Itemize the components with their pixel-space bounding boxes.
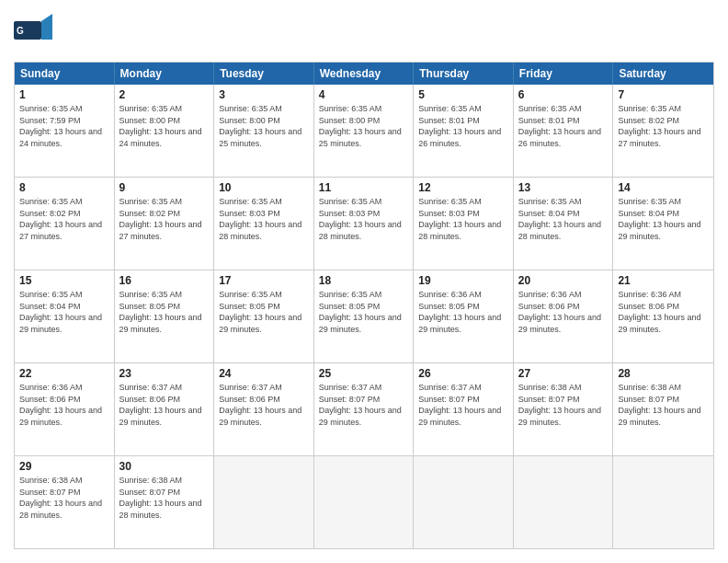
cell-info: Sunrise: 6:38 AMSunset: 8:07 PMDaylight:… (618, 382, 709, 428)
cell-info: Sunrise: 6:35 AMSunset: 8:04 PMDaylight:… (19, 289, 109, 335)
calendar-row-1: 1Sunrise: 6:35 AMSunset: 7:59 PMDaylight… (15, 85, 713, 177)
calendar-cell: 28Sunrise: 6:38 AMSunset: 8:07 PMDayligh… (613, 363, 713, 455)
header-day-sunday: Sunday (15, 63, 115, 85)
calendar-cell: 18Sunrise: 6:35 AMSunset: 8:05 PMDayligh… (314, 270, 415, 362)
cell-info: Sunrise: 6:35 AMSunset: 8:02 PMDaylight:… (19, 196, 109, 242)
day-number: 16 (119, 274, 210, 287)
cell-info: Sunrise: 6:35 AMSunset: 8:01 PMDaylight:… (418, 103, 508, 149)
calendar-cell (214, 456, 314, 548)
cell-info: Sunrise: 6:37 AMSunset: 8:06 PMDaylight:… (119, 382, 210, 428)
cell-info: Sunrise: 6:35 AMSunset: 8:03 PMDaylight:… (418, 196, 508, 242)
day-number: 4 (319, 88, 409, 101)
cell-info: Sunrise: 6:35 AMSunset: 8:05 PMDaylight:… (119, 289, 210, 335)
logo-icon: G (14, 14, 52, 52)
calendar-cell: 26Sunrise: 6:37 AMSunset: 8:07 PMDayligh… (414, 363, 514, 455)
calendar-cell (514, 456, 614, 548)
day-number: 26 (418, 367, 508, 380)
cell-info: Sunrise: 6:35 AMSunset: 8:04 PMDaylight:… (618, 196, 709, 242)
calendar-cell: 6Sunrise: 6:35 AMSunset: 8:01 PMDaylight… (514, 85, 614, 177)
page-container: G SundayMondayTuesdayWednesdayThursdayFr… (0, 0, 728, 563)
cell-info: Sunrise: 6:35 AMSunset: 8:02 PMDaylight:… (618, 103, 709, 149)
calendar-body: 1Sunrise: 6:35 AMSunset: 7:59 PMDaylight… (15, 85, 713, 548)
calendar-cell: 30Sunrise: 6:38 AMSunset: 8:07 PMDayligh… (115, 456, 215, 548)
calendar-cell: 20Sunrise: 6:36 AMSunset: 8:06 PMDayligh… (514, 270, 614, 362)
day-number: 12 (418, 181, 508, 194)
calendar-cell: 11Sunrise: 6:35 AMSunset: 8:03 PMDayligh… (314, 178, 415, 270)
calendar-row-2: 8Sunrise: 6:35 AMSunset: 8:02 PMDaylight… (15, 177, 713, 270)
calendar-row-4: 22Sunrise: 6:36 AMSunset: 8:06 PMDayligh… (15, 362, 713, 455)
logo: G (14, 14, 57, 52)
header-day-saturday: Saturday (613, 63, 713, 85)
cell-info: Sunrise: 6:35 AMSunset: 8:01 PMDaylight:… (518, 103, 609, 149)
calendar-cell: 1Sunrise: 6:35 AMSunset: 7:59 PMDaylight… (15, 85, 115, 177)
calendar-row-3: 15Sunrise: 6:35 AMSunset: 8:04 PMDayligh… (15, 270, 713, 362)
cell-info: Sunrise: 6:35 AMSunset: 8:05 PMDaylight:… (319, 289, 409, 335)
calendar-cell: 29Sunrise: 6:38 AMSunset: 8:07 PMDayligh… (15, 456, 115, 548)
calendar-cell: 9Sunrise: 6:35 AMSunset: 8:02 PMDaylight… (115, 178, 215, 270)
calendar-cell: 14Sunrise: 6:35 AMSunset: 8:04 PMDayligh… (613, 178, 713, 270)
header-day-tuesday: Tuesday (214, 63, 314, 85)
cell-info: Sunrise: 6:35 AMSunset: 8:03 PMDaylight:… (319, 196, 409, 242)
day-number: 23 (119, 367, 210, 380)
calendar-cell: 13Sunrise: 6:35 AMSunset: 8:04 PMDayligh… (514, 178, 614, 270)
calendar-cell: 3Sunrise: 6:35 AMSunset: 8:00 PMDaylight… (214, 85, 314, 177)
header-day-wednesday: Wednesday (314, 63, 415, 85)
calendar-cell: 17Sunrise: 6:35 AMSunset: 8:05 PMDayligh… (214, 270, 314, 362)
day-number: 22 (19, 367, 109, 380)
day-number: 3 (219, 88, 309, 101)
day-number: 24 (219, 367, 309, 380)
calendar-cell: 19Sunrise: 6:36 AMSunset: 8:05 PMDayligh… (414, 270, 514, 362)
cell-info: Sunrise: 6:36 AMSunset: 8:06 PMDaylight:… (518, 289, 609, 335)
calendar-cell: 5Sunrise: 6:35 AMSunset: 8:01 PMDaylight… (414, 85, 514, 177)
header-day-friday: Friday (514, 63, 614, 85)
calendar-cell: 7Sunrise: 6:35 AMSunset: 8:02 PMDaylight… (613, 85, 713, 177)
calendar-row-5: 29Sunrise: 6:38 AMSunset: 8:07 PMDayligh… (15, 455, 713, 548)
calendar-cell: 4Sunrise: 6:35 AMSunset: 8:00 PMDaylight… (314, 85, 415, 177)
cell-info: Sunrise: 6:35 AMSunset: 8:00 PMDaylight:… (119, 103, 210, 149)
day-number: 18 (319, 274, 409, 287)
cell-info: Sunrise: 6:38 AMSunset: 8:07 PMDaylight:… (518, 382, 609, 428)
day-number: 30 (119, 460, 210, 473)
cell-info: Sunrise: 6:36 AMSunset: 8:05 PMDaylight:… (418, 289, 508, 335)
cell-info: Sunrise: 6:38 AMSunset: 8:07 PMDaylight:… (19, 475, 109, 521)
calendar-cell (613, 456, 713, 548)
day-number: 11 (319, 181, 409, 194)
cell-info: Sunrise: 6:36 AMSunset: 8:06 PMDaylight:… (618, 289, 709, 335)
day-number: 9 (119, 181, 210, 194)
cell-info: Sunrise: 6:35 AMSunset: 8:02 PMDaylight:… (119, 196, 210, 242)
cell-info: Sunrise: 6:37 AMSunset: 8:07 PMDaylight:… (418, 382, 508, 428)
calendar-cell: 8Sunrise: 6:35 AMSunset: 8:02 PMDaylight… (15, 178, 115, 270)
header-day-thursday: Thursday (414, 63, 514, 85)
day-number: 8 (19, 181, 109, 194)
day-number: 27 (518, 367, 609, 380)
cell-info: Sunrise: 6:35 AMSunset: 7:59 PMDaylight:… (19, 103, 109, 149)
calendar-cell: 16Sunrise: 6:35 AMSunset: 8:05 PMDayligh… (115, 270, 215, 362)
day-number: 25 (319, 367, 409, 380)
calendar-cell: 12Sunrise: 6:35 AMSunset: 8:03 PMDayligh… (414, 178, 514, 270)
day-number: 17 (219, 274, 309, 287)
calendar-cell: 2Sunrise: 6:35 AMSunset: 8:00 PMDaylight… (115, 85, 215, 177)
calendar-cell: 15Sunrise: 6:35 AMSunset: 8:04 PMDayligh… (15, 270, 115, 362)
day-number: 19 (418, 274, 508, 287)
day-number: 28 (618, 367, 709, 380)
day-number: 20 (518, 274, 609, 287)
cell-info: Sunrise: 6:35 AMSunset: 8:00 PMDaylight:… (219, 103, 309, 149)
cell-info: Sunrise: 6:35 AMSunset: 8:05 PMDaylight:… (219, 289, 309, 335)
calendar-cell: 23Sunrise: 6:37 AMSunset: 8:06 PMDayligh… (115, 363, 215, 455)
cell-info: Sunrise: 6:35 AMSunset: 8:04 PMDaylight:… (518, 196, 609, 242)
calendar-cell (314, 456, 415, 548)
day-number: 15 (19, 274, 109, 287)
cell-info: Sunrise: 6:37 AMSunset: 8:06 PMDaylight:… (219, 382, 309, 428)
calendar-cell: 24Sunrise: 6:37 AMSunset: 8:06 PMDayligh… (214, 363, 314, 455)
day-number: 1 (19, 88, 109, 101)
day-number: 2 (119, 88, 210, 101)
day-number: 10 (219, 181, 309, 194)
cell-info: Sunrise: 6:35 AMSunset: 8:03 PMDaylight:… (219, 196, 309, 242)
day-number: 6 (518, 88, 609, 101)
calendar-header: SundayMondayTuesdayWednesdayThursdayFrid… (15, 63, 713, 85)
calendar-cell (414, 456, 514, 548)
cell-info: Sunrise: 6:37 AMSunset: 8:07 PMDaylight:… (319, 382, 409, 428)
header-day-monday: Monday (115, 63, 215, 85)
day-number: 13 (518, 181, 609, 194)
calendar-cell: 25Sunrise: 6:37 AMSunset: 8:07 PMDayligh… (314, 363, 415, 455)
